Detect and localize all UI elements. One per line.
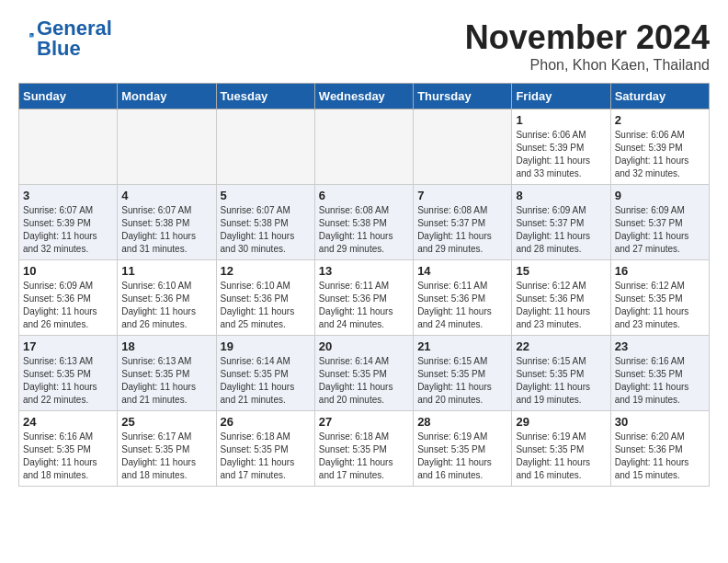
table-row	[414, 109, 512, 185]
table-row: 30Sunrise: 6:20 AMSunset: 5:36 PMDayligh…	[610, 411, 709, 487]
day-number: 27	[319, 415, 409, 429]
day-info: Sunrise: 6:09 AMSunset: 5:37 PMDaylight:…	[615, 204, 705, 256]
day-info: Sunrise: 6:16 AMSunset: 5:35 PMDaylight:…	[23, 431, 113, 482]
day-info: Sunrise: 6:14 AMSunset: 5:35 PMDaylight:…	[319, 355, 409, 407]
month-title: November 2024	[465, 18, 710, 57]
table-row: 20Sunrise: 6:14 AMSunset: 5:35 PMDayligh…	[314, 336, 413, 411]
day-number: 29	[516, 415, 606, 429]
day-info: Sunrise: 6:09 AMSunset: 5:37 PMDaylight:…	[516, 204, 606, 256]
day-number: 13	[319, 264, 409, 278]
day-info: Sunrise: 6:11 AMSunset: 5:36 PMDaylight:…	[319, 280, 409, 331]
logo-text: General Blue	[37, 18, 112, 59]
col-saturday: Saturday	[610, 84, 709, 109]
table-row	[314, 109, 413, 185]
day-info: Sunrise: 6:11 AMSunset: 5:36 PMDaylight:…	[417, 280, 507, 331]
day-number: 26	[221, 415, 311, 429]
day-number: 19	[221, 339, 311, 353]
table-row	[19, 109, 118, 185]
day-info: Sunrise: 6:15 AMSunset: 5:35 PMDaylight:…	[417, 355, 507, 407]
day-number: 24	[23, 415, 113, 429]
day-number: 30	[615, 415, 705, 429]
day-info: Sunrise: 6:20 AMSunset: 5:36 PMDaylight:…	[615, 431, 705, 482]
col-monday: Monday	[118, 84, 216, 109]
table-row: 12Sunrise: 6:10 AMSunset: 5:36 PMDayligh…	[216, 260, 314, 336]
day-number: 4	[121, 189, 211, 202]
title-area: November 2024 Phon, Khon Kaen, Thailand	[465, 18, 710, 74]
table-row: 29Sunrise: 6:19 AMSunset: 5:35 PMDayligh…	[512, 411, 610, 487]
day-number: 18	[121, 339, 211, 353]
day-number: 5	[221, 189, 311, 202]
table-row: 28Sunrise: 6:19 AMSunset: 5:35 PMDayligh…	[414, 411, 512, 487]
day-info: Sunrise: 6:15 AMSunset: 5:35 PMDaylight:…	[516, 355, 606, 407]
table-row: 2Sunrise: 6:06 AMSunset: 5:39 PMDaylight…	[610, 109, 709, 185]
day-info: Sunrise: 6:13 AMSunset: 5:35 PMDaylight:…	[23, 355, 113, 407]
day-info: Sunrise: 6:08 AMSunset: 5:38 PMDaylight:…	[319, 204, 409, 256]
day-number: 23	[615, 339, 705, 353]
calendar-table: Sunday Monday Tuesday Wednesday Thursday…	[18, 83, 710, 487]
col-thursday: Thursday	[414, 84, 512, 109]
day-info: Sunrise: 6:12 AMSunset: 5:35 PMDaylight:…	[615, 280, 705, 331]
day-number: 25	[121, 415, 211, 429]
table-row: 10Sunrise: 6:09 AMSunset: 5:36 PMDayligh…	[19, 260, 118, 336]
day-number: 28	[417, 415, 507, 429]
day-info: Sunrise: 6:07 AMSunset: 5:38 PMDaylight:…	[221, 204, 311, 256]
day-info: Sunrise: 6:19 AMSunset: 5:35 PMDaylight:…	[417, 431, 507, 482]
day-info: Sunrise: 6:16 AMSunset: 5:35 PMDaylight:…	[615, 355, 705, 407]
table-row: 6Sunrise: 6:08 AMSunset: 5:38 PMDaylight…	[314, 185, 413, 260]
day-number: 6	[319, 189, 409, 202]
day-number: 17	[23, 339, 113, 353]
day-info: Sunrise: 6:06 AMSunset: 5:39 PMDaylight:…	[516, 129, 606, 180]
logo-icon	[18, 30, 35, 47]
day-info: Sunrise: 6:06 AMSunset: 5:39 PMDaylight:…	[615, 129, 705, 180]
table-row: 21Sunrise: 6:15 AMSunset: 5:35 PMDayligh…	[414, 336, 512, 411]
day-info: Sunrise: 6:10 AMSunset: 5:36 PMDaylight:…	[121, 280, 211, 331]
day-number: 21	[417, 339, 507, 353]
logo-line2: Blue	[37, 37, 81, 60]
day-number: 12	[221, 264, 311, 278]
day-info: Sunrise: 6:17 AMSunset: 5:35 PMDaylight:…	[121, 431, 211, 482]
table-row	[118, 109, 216, 185]
col-tuesday: Tuesday	[216, 84, 314, 109]
col-friday: Friday	[512, 84, 610, 109]
table-row: 11Sunrise: 6:10 AMSunset: 5:36 PMDayligh…	[118, 260, 216, 336]
day-info: Sunrise: 6:14 AMSunset: 5:35 PMDaylight:…	[221, 355, 311, 407]
day-number: 3	[23, 189, 113, 202]
day-info: Sunrise: 6:07 AMSunset: 5:38 PMDaylight:…	[121, 204, 211, 256]
table-row: 4Sunrise: 6:07 AMSunset: 5:38 PMDaylight…	[118, 185, 216, 260]
day-info: Sunrise: 6:10 AMSunset: 5:36 PMDaylight:…	[221, 280, 311, 331]
table-row: 18Sunrise: 6:13 AMSunset: 5:35 PMDayligh…	[118, 336, 216, 411]
location-title: Phon, Khon Kaen, Thailand	[465, 57, 710, 74]
col-sunday: Sunday	[19, 84, 118, 109]
day-number: 11	[121, 264, 211, 278]
header-row: Sunday Monday Tuesday Wednesday Thursday…	[19, 84, 710, 109]
header: General Blue November 2024 Phon, Khon Ka…	[18, 18, 710, 74]
day-number: 9	[615, 189, 705, 202]
day-number: 20	[319, 339, 409, 353]
table-row: 17Sunrise: 6:13 AMSunset: 5:35 PMDayligh…	[19, 336, 118, 411]
table-row: 14Sunrise: 6:11 AMSunset: 5:36 PMDayligh…	[414, 260, 512, 336]
table-row: 3Sunrise: 6:07 AMSunset: 5:39 PMDaylight…	[19, 185, 118, 260]
day-info: Sunrise: 6:19 AMSunset: 5:35 PMDaylight:…	[516, 431, 606, 482]
table-row: 24Sunrise: 6:16 AMSunset: 5:35 PMDayligh…	[19, 411, 118, 487]
day-number: 1	[516, 113, 606, 127]
table-row: 15Sunrise: 6:12 AMSunset: 5:36 PMDayligh…	[512, 260, 610, 336]
day-info: Sunrise: 6:07 AMSunset: 5:39 PMDaylight:…	[23, 204, 113, 256]
table-row: 26Sunrise: 6:18 AMSunset: 5:35 PMDayligh…	[216, 411, 314, 487]
day-number: 2	[615, 113, 705, 127]
table-row: 9Sunrise: 6:09 AMSunset: 5:37 PMDaylight…	[610, 185, 709, 260]
logo: General Blue	[18, 18, 112, 59]
table-row: 16Sunrise: 6:12 AMSunset: 5:35 PMDayligh…	[610, 260, 709, 336]
table-row: 19Sunrise: 6:14 AMSunset: 5:35 PMDayligh…	[216, 336, 314, 411]
table-row: 23Sunrise: 6:16 AMSunset: 5:35 PMDayligh…	[610, 336, 709, 411]
col-wednesday: Wednesday	[314, 84, 413, 109]
table-row: 25Sunrise: 6:17 AMSunset: 5:35 PMDayligh…	[118, 411, 216, 487]
table-row: 7Sunrise: 6:08 AMSunset: 5:37 PMDaylight…	[414, 185, 512, 260]
table-row: 5Sunrise: 6:07 AMSunset: 5:38 PMDaylight…	[216, 185, 314, 260]
day-number: 22	[516, 339, 606, 353]
table-row: 1Sunrise: 6:06 AMSunset: 5:39 PMDaylight…	[512, 109, 610, 185]
table-row: 27Sunrise: 6:18 AMSunset: 5:35 PMDayligh…	[314, 411, 413, 487]
table-row	[216, 109, 314, 185]
day-number: 14	[417, 264, 507, 278]
day-info: Sunrise: 6:12 AMSunset: 5:36 PMDaylight:…	[516, 280, 606, 331]
day-number: 16	[615, 264, 705, 278]
